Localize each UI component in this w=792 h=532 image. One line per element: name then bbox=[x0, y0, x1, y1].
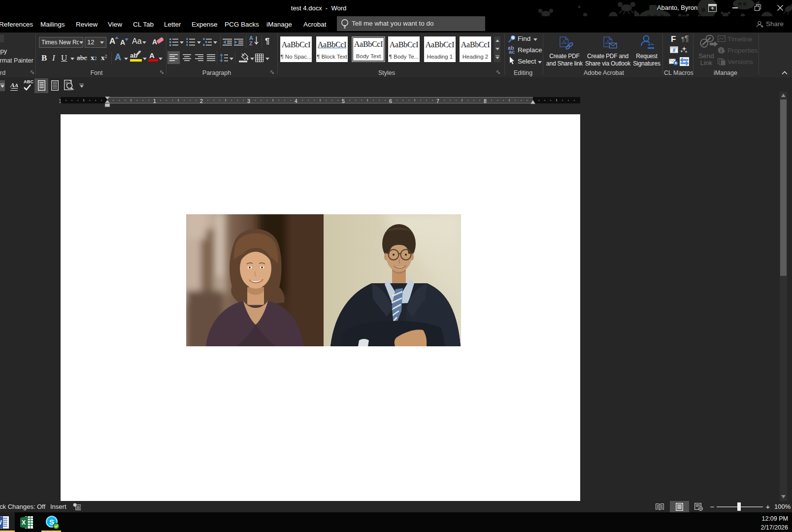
svg-text:i: i bbox=[721, 48, 722, 53]
svg-text:X: X bbox=[22, 519, 26, 526]
svg-text:#: # bbox=[673, 48, 676, 53]
